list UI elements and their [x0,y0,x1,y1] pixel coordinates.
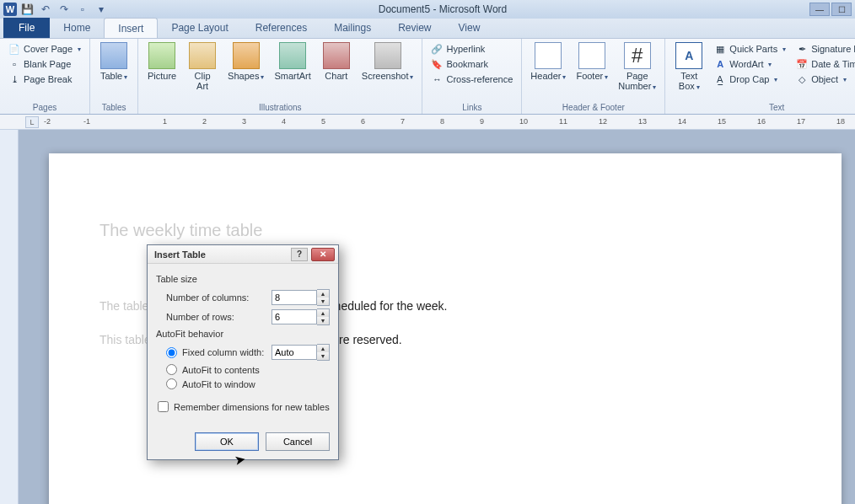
num-columns-up[interactable]: ▲ [317,290,329,298]
autofit-window-radio[interactable] [166,378,177,389]
shapes-icon [233,42,260,69]
group-tables-label: Tables [95,102,132,114]
tab-mailings[interactable]: Mailings [320,18,384,38]
blank-page-button[interactable]: ▫Blank Page [5,57,84,71]
group-tables: Table▾ Tables [90,39,138,114]
autofit-window-label: AutoFit to window [182,379,255,389]
page-number-button[interactable]: #Page Number▾ [615,40,659,92]
fixed-width-input[interactable] [272,345,317,360]
shapes-button[interactable]: Shapes▾ [224,40,267,82]
group-links: 🔗Hyperlink 🔖Bookmark ↔Cross-reference Li… [422,39,522,114]
tab-view[interactable]: View [445,18,494,38]
smartart-icon [279,42,306,69]
num-columns-down[interactable]: ▼ [317,298,329,305]
screenshot-label: Screenshot [362,71,409,81]
qat-save[interactable]: 💾 [19,2,35,17]
file-tab[interactable]: File [3,18,50,38]
word-window: W 💾 ↶ ↷ ▫ ▾ Document5 - Microsoft Word —… [0,0,855,504]
dialog-title: Insert Table [154,249,206,260]
dialog-body: Table size Number of columns: ▲▼ Number … [148,264,338,427]
minimize-button[interactable]: — [809,3,830,16]
tab-home[interactable]: Home [50,18,104,38]
page-break-button[interactable]: ⤓Page Break [5,72,84,86]
dialog-close-button[interactable]: ✕ [311,248,335,261]
smartart-button[interactable]: SmartArt [271,40,314,81]
ribbon: 📄Cover Page▾ ▫Blank Page ⤓Page Break Pag… [0,39,855,115]
qat-redo[interactable]: ↷ [56,2,73,17]
fixed-width-down[interactable]: ▼ [317,352,329,360]
table-label: Table [100,71,122,81]
signature-line-button[interactable]: ✒Signature Line▾ [793,42,855,56]
bookmark-label: Bookmark [446,59,488,69]
qat-undo[interactable]: ↶ [37,2,54,17]
horizontal-ruler[interactable]: L -2-1123456789101112131415161718 [0,115,855,130]
qat-new[interactable]: ▫ [74,2,91,17]
num-columns-label: Number of columns: [166,292,272,303]
textbox-label: Text Box [679,71,698,91]
fixed-width-up[interactable]: ▲ [317,345,329,352]
clipart-button[interactable]: Clip Art [184,40,221,91]
hyperlink-button[interactable]: 🔗Hyperlink [428,42,516,56]
clipart-icon [189,42,216,69]
cover-page-button[interactable]: 📄Cover Page▾ [5,42,84,56]
app-icon: W [3,3,17,16]
doc-title: The weekly time table [99,221,791,240]
maximize-button[interactable]: ☐ [831,3,852,16]
object-button[interactable]: ◇Object▾ [793,72,855,86]
chart-button[interactable]: Chart [318,40,355,81]
date-time-button[interactable]: 📅Date & Time [793,57,855,71]
num-rows-down[interactable]: ▼ [317,317,329,324]
footer-label: Footer [576,71,603,81]
header-icon [535,42,562,69]
dialog-help-button[interactable]: ? [291,248,308,261]
clipart-label: Clip Art [195,71,211,91]
cross-reference-button[interactable]: ↔Cross-reference [428,72,516,86]
tab-page-layout[interactable]: Page Layout [158,18,241,38]
group-text-label: Text [670,102,855,114]
cover-page-label: Cover Page [24,44,73,54]
table-button[interactable]: Table▾ [95,40,132,82]
ruler-corner[interactable]: L [25,116,39,128]
ruler-ticks: -2-1123456789101112131415161718 [44,115,855,130]
cancel-button[interactable]: Cancel [266,432,330,451]
fixed-width-label: Fixed column width: [182,347,266,357]
pagenum-label: Page Number [618,71,651,91]
dropcap-button[interactable]: A̲Drop Cap▾ [711,72,789,86]
tab-review[interactable]: Review [384,18,444,38]
remember-dimensions-checkbox[interactable] [158,401,169,412]
ok-button[interactable]: OK [195,432,259,451]
remember-dimensions-label: Remember dimensions for new tables [174,402,330,412]
dialog-titlebar[interactable]: Insert Table ? ✕ [148,245,338,264]
screenshot-button[interactable]: Screenshot▾ [358,40,417,82]
num-rows-input[interactable] [272,309,317,324]
tab-insert[interactable]: Insert [104,18,158,38]
object-label: Object [811,74,838,84]
vertical-ruler[interactable] [0,130,19,504]
table-icon [100,42,127,69]
quickparts-label: Quick Parts [729,44,777,54]
quickparts-button[interactable]: ▦Quick Parts▾ [711,42,789,56]
bookmark-button[interactable]: 🔖Bookmark [428,57,516,71]
titlebar: W 💾 ↶ ↷ ▫ ▾ Document5 - Microsoft Word —… [0,0,855,19]
quick-access-toolbar: W 💾 ↶ ↷ ▫ ▾ [0,2,110,17]
screenshot-icon [374,42,401,69]
textbox-button[interactable]: AText Box▾ [670,40,707,92]
insert-table-dialog: Insert Table ? ✕ Table size Number of co… [147,244,339,460]
header-button[interactable]: Header▾ [527,40,569,82]
hyperlink-label: Hyperlink [446,44,485,54]
fixed-width-radio[interactable] [166,347,177,358]
document-area: The weekly time table The table above de… [0,130,855,504]
autofit-contents-radio[interactable] [166,364,177,375]
dialog-buttons: OK Cancel [148,427,338,459]
wordart-button[interactable]: AWordArt▾ [711,57,789,71]
page-scroll[interactable]: The weekly time table The table above de… [19,130,855,504]
footer-button[interactable]: Footer▾ [573,40,611,82]
window-controls: — ☐ [809,3,855,16]
num-rows-up[interactable]: ▲ [317,309,329,317]
qat-customize[interactable]: ▾ [93,2,110,17]
tab-references[interactable]: References [242,18,320,38]
fixed-width-spinner: ▲▼ [272,344,330,361]
picture-button[interactable]: Picture [143,40,180,81]
smartart-label: SmartArt [274,71,310,81]
num-columns-input[interactable] [272,290,317,305]
